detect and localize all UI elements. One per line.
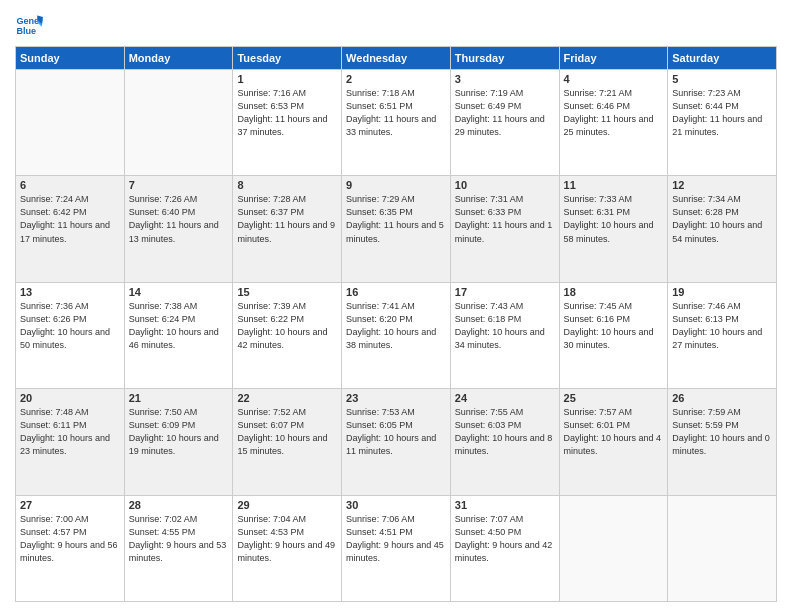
day-number: 27 <box>20 499 120 511</box>
calendar-cell: 12Sunrise: 7:34 AM Sunset: 6:28 PM Dayli… <box>668 176 777 282</box>
day-number: 9 <box>346 179 446 191</box>
day-info: Sunrise: 7:18 AM Sunset: 6:51 PM Dayligh… <box>346 87 446 139</box>
calendar-cell: 31Sunrise: 7:07 AM Sunset: 4:50 PM Dayli… <box>450 495 559 601</box>
day-number: 23 <box>346 392 446 404</box>
day-number: 8 <box>237 179 337 191</box>
day-info: Sunrise: 7:31 AM Sunset: 6:33 PM Dayligh… <box>455 193 555 245</box>
day-number: 16 <box>346 286 446 298</box>
day-number: 22 <box>237 392 337 404</box>
calendar-cell: 28Sunrise: 7:02 AM Sunset: 4:55 PM Dayli… <box>124 495 233 601</box>
calendar-cell: 4Sunrise: 7:21 AM Sunset: 6:46 PM Daylig… <box>559 70 668 176</box>
day-number: 25 <box>564 392 664 404</box>
calendar-cell: 20Sunrise: 7:48 AM Sunset: 6:11 PM Dayli… <box>16 389 125 495</box>
day-number: 14 <box>129 286 229 298</box>
day-number: 17 <box>455 286 555 298</box>
day-info: Sunrise: 7:07 AM Sunset: 4:50 PM Dayligh… <box>455 513 555 565</box>
day-number: 31 <box>455 499 555 511</box>
week-row-2: 6Sunrise: 7:24 AM Sunset: 6:42 PM Daylig… <box>16 176 777 282</box>
day-number: 29 <box>237 499 337 511</box>
calendar-cell: 1Sunrise: 7:16 AM Sunset: 6:53 PM Daylig… <box>233 70 342 176</box>
day-info: Sunrise: 7:00 AM Sunset: 4:57 PM Dayligh… <box>20 513 120 565</box>
day-info: Sunrise: 7:57 AM Sunset: 6:01 PM Dayligh… <box>564 406 664 458</box>
day-info: Sunrise: 7:50 AM Sunset: 6:09 PM Dayligh… <box>129 406 229 458</box>
week-row-4: 20Sunrise: 7:48 AM Sunset: 6:11 PM Dayli… <box>16 389 777 495</box>
calendar-cell: 26Sunrise: 7:59 AM Sunset: 5:59 PM Dayli… <box>668 389 777 495</box>
day-number: 11 <box>564 179 664 191</box>
day-number: 26 <box>672 392 772 404</box>
calendar-cell: 6Sunrise: 7:24 AM Sunset: 6:42 PM Daylig… <box>16 176 125 282</box>
calendar-cell: 11Sunrise: 7:33 AM Sunset: 6:31 PM Dayli… <box>559 176 668 282</box>
calendar-cell: 16Sunrise: 7:41 AM Sunset: 6:20 PM Dayli… <box>342 282 451 388</box>
header-day-monday: Monday <box>124 47 233 70</box>
day-number: 20 <box>20 392 120 404</box>
week-row-1: 1Sunrise: 7:16 AM Sunset: 6:53 PM Daylig… <box>16 70 777 176</box>
day-info: Sunrise: 7:23 AM Sunset: 6:44 PM Dayligh… <box>672 87 772 139</box>
day-info: Sunrise: 7:43 AM Sunset: 6:18 PM Dayligh… <box>455 300 555 352</box>
day-info: Sunrise: 7:24 AM Sunset: 6:42 PM Dayligh… <box>20 193 120 245</box>
calendar-cell: 27Sunrise: 7:00 AM Sunset: 4:57 PM Dayli… <box>16 495 125 601</box>
day-info: Sunrise: 7:48 AM Sunset: 6:11 PM Dayligh… <box>20 406 120 458</box>
logo: General Blue <box>15 10 47 38</box>
day-info: Sunrise: 7:28 AM Sunset: 6:37 PM Dayligh… <box>237 193 337 245</box>
calendar-cell: 19Sunrise: 7:46 AM Sunset: 6:13 PM Dayli… <box>668 282 777 388</box>
day-info: Sunrise: 7:52 AM Sunset: 6:07 PM Dayligh… <box>237 406 337 458</box>
day-number: 19 <box>672 286 772 298</box>
day-number: 4 <box>564 73 664 85</box>
day-info: Sunrise: 7:55 AM Sunset: 6:03 PM Dayligh… <box>455 406 555 458</box>
day-info: Sunrise: 7:06 AM Sunset: 4:51 PM Dayligh… <box>346 513 446 565</box>
day-number: 6 <box>20 179 120 191</box>
header-day-tuesday: Tuesday <box>233 47 342 70</box>
header-day-wednesday: Wednesday <box>342 47 451 70</box>
calendar-cell: 5Sunrise: 7:23 AM Sunset: 6:44 PM Daylig… <box>668 70 777 176</box>
day-info: Sunrise: 7:02 AM Sunset: 4:55 PM Dayligh… <box>129 513 229 565</box>
calendar-cell <box>16 70 125 176</box>
calendar-cell <box>559 495 668 601</box>
day-number: 1 <box>237 73 337 85</box>
calendar-cell: 24Sunrise: 7:55 AM Sunset: 6:03 PM Dayli… <box>450 389 559 495</box>
day-number: 24 <box>455 392 555 404</box>
calendar-cell: 10Sunrise: 7:31 AM Sunset: 6:33 PM Dayli… <box>450 176 559 282</box>
calendar: SundayMondayTuesdayWednesdayThursdayFrid… <box>15 46 777 602</box>
day-number: 15 <box>237 286 337 298</box>
calendar-cell: 2Sunrise: 7:18 AM Sunset: 6:51 PM Daylig… <box>342 70 451 176</box>
calendar-cell <box>124 70 233 176</box>
day-info: Sunrise: 7:39 AM Sunset: 6:22 PM Dayligh… <box>237 300 337 352</box>
day-info: Sunrise: 7:59 AM Sunset: 5:59 PM Dayligh… <box>672 406 772 458</box>
day-info: Sunrise: 7:38 AM Sunset: 6:24 PM Dayligh… <box>129 300 229 352</box>
header-day-saturday: Saturday <box>668 47 777 70</box>
day-number: 12 <box>672 179 772 191</box>
day-number: 5 <box>672 73 772 85</box>
day-number: 30 <box>346 499 446 511</box>
day-number: 2 <box>346 73 446 85</box>
day-info: Sunrise: 7:29 AM Sunset: 6:35 PM Dayligh… <box>346 193 446 245</box>
calendar-cell: 30Sunrise: 7:06 AM Sunset: 4:51 PM Dayli… <box>342 495 451 601</box>
svg-text:Blue: Blue <box>16 26 36 36</box>
day-number: 28 <box>129 499 229 511</box>
calendar-cell: 23Sunrise: 7:53 AM Sunset: 6:05 PM Dayli… <box>342 389 451 495</box>
day-info: Sunrise: 7:26 AM Sunset: 6:40 PM Dayligh… <box>129 193 229 245</box>
day-info: Sunrise: 7:41 AM Sunset: 6:20 PM Dayligh… <box>346 300 446 352</box>
week-row-5: 27Sunrise: 7:00 AM Sunset: 4:57 PM Dayli… <box>16 495 777 601</box>
day-number: 13 <box>20 286 120 298</box>
day-info: Sunrise: 7:36 AM Sunset: 6:26 PM Dayligh… <box>20 300 120 352</box>
day-info: Sunrise: 7:45 AM Sunset: 6:16 PM Dayligh… <box>564 300 664 352</box>
calendar-cell: 21Sunrise: 7:50 AM Sunset: 6:09 PM Dayli… <box>124 389 233 495</box>
day-number: 21 <box>129 392 229 404</box>
calendar-cell: 18Sunrise: 7:45 AM Sunset: 6:16 PM Dayli… <box>559 282 668 388</box>
calendar-cell: 14Sunrise: 7:38 AM Sunset: 6:24 PM Dayli… <box>124 282 233 388</box>
calendar-cell: 17Sunrise: 7:43 AM Sunset: 6:18 PM Dayli… <box>450 282 559 388</box>
calendar-cell: 25Sunrise: 7:57 AM Sunset: 6:01 PM Dayli… <box>559 389 668 495</box>
day-number: 18 <box>564 286 664 298</box>
day-info: Sunrise: 7:53 AM Sunset: 6:05 PM Dayligh… <box>346 406 446 458</box>
calendar-header-row: SundayMondayTuesdayWednesdayThursdayFrid… <box>16 47 777 70</box>
day-number: 7 <box>129 179 229 191</box>
header: General Blue <box>15 10 777 38</box>
calendar-cell: 7Sunrise: 7:26 AM Sunset: 6:40 PM Daylig… <box>124 176 233 282</box>
header-day-thursday: Thursday <box>450 47 559 70</box>
day-info: Sunrise: 7:46 AM Sunset: 6:13 PM Dayligh… <box>672 300 772 352</box>
calendar-cell: 8Sunrise: 7:28 AM Sunset: 6:37 PM Daylig… <box>233 176 342 282</box>
day-number: 10 <box>455 179 555 191</box>
calendar-cell: 13Sunrise: 7:36 AM Sunset: 6:26 PM Dayli… <box>16 282 125 388</box>
week-row-3: 13Sunrise: 7:36 AM Sunset: 6:26 PM Dayli… <box>16 282 777 388</box>
calendar-cell: 22Sunrise: 7:52 AM Sunset: 6:07 PM Dayli… <box>233 389 342 495</box>
